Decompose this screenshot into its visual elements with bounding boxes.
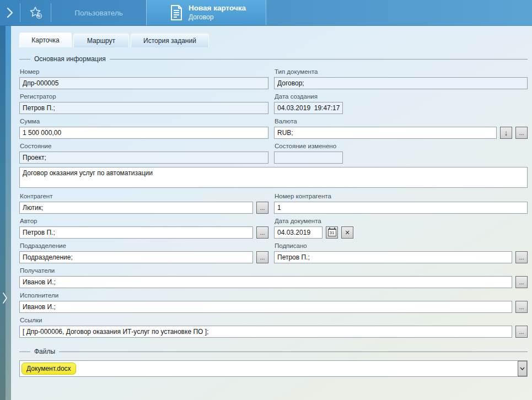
doc-date-clear-button[interactable]: ✕ (341, 226, 353, 239)
left-splitter-inner (6, 26, 11, 400)
topbar-tab-user[interactable]: Пользователь (51, 0, 146, 25)
field-amount: Сумма (19, 117, 268, 139)
doc-date-calendar-button[interactable]: 31 (326, 226, 338, 239)
topbar-tab-new-card[interactable]: Новая карточка Договор (146, 0, 266, 25)
form-row: Автор ... Дата документа 31 (19, 217, 528, 239)
form-row: Получатели ... (19, 267, 528, 288)
currency-input[interactable] (274, 127, 497, 139)
recipients-lookup-button[interactable]: ... (515, 276, 528, 288)
doc-date-input[interactable] (274, 226, 323, 239)
field-label: Ссылки (20, 316, 528, 324)
form-panel: Основная информация Номер Тип документа (11, 47, 532, 377)
card-content: Карточка Маршрут История заданий Основна… (11, 26, 532, 400)
executors-input[interactable] (19, 301, 512, 313)
topbar-tab-user-label: Пользователь (74, 9, 123, 17)
topbar-spacer (266, 0, 532, 25)
chevron-right-icon (7, 8, 13, 18)
recipients-input[interactable] (19, 276, 512, 288)
form-row: Договор оказания услуг по автоматизации (19, 167, 528, 188)
chevron-right-icon (2, 292, 8, 304)
field-label: Валюта (275, 117, 528, 125)
field-label: Исполнители (20, 291, 528, 299)
field-department: Подразделение ... (19, 242, 268, 263)
field-label: Подписано (275, 242, 528, 250)
field-currency: Валюта ↓ ... (274, 117, 528, 139)
body: Карточка Маршрут История заданий Основна… (0, 26, 532, 400)
topbar-tab-titles: Новая карточка Договор (189, 4, 246, 21)
group-line (19, 59, 30, 60)
form-row: Сумма Валюта ↓ ... (19, 117, 528, 139)
department-lookup-button[interactable]: ... (256, 251, 268, 263)
expand-sidebar-handle[interactable] (1, 287, 9, 309)
field-label: Сумма (20, 117, 268, 125)
field-label: Подразделение (20, 242, 268, 250)
created-date-input[interactable] (274, 102, 343, 114)
links-lookup-button[interactable]: ... (515, 326, 528, 338)
counterparty-number-input[interactable] (274, 202, 528, 214)
field-state-changed: Состояние изменено (274, 142, 528, 164)
field-links: Ссылки ... (19, 316, 528, 338)
field-label: Дата создания (275, 93, 528, 100)
form-row: Контрагент ... Номер контрагента (19, 192, 528, 214)
card-tabstrip: Карточка Маршрут История заданий (11, 26, 532, 47)
tab-task-history[interactable]: История заданий (131, 34, 209, 47)
field-created-date: Дата создания (274, 93, 528, 114)
signed-input[interactable] (274, 251, 512, 263)
registrar-input[interactable] (19, 102, 268, 114)
field-author: Автор ... (19, 217, 268, 239)
number-input[interactable] (19, 77, 268, 89)
add-favorite-button[interactable] (20, 0, 51, 25)
description-textarea[interactable]: Договор оказания услуг по автоматизации (19, 167, 528, 188)
author-lookup-button[interactable]: ... (256, 226, 268, 239)
form-row: Регистратор Дата создания (19, 93, 528, 114)
field-recipients: Получатели ... (19, 267, 528, 288)
document-icon (170, 4, 183, 21)
counterparty-input[interactable] (19, 202, 253, 214)
counterparty-lookup-button[interactable]: ... (256, 202, 268, 214)
group-header-main: Основная информация (19, 55, 528, 63)
currency-dropdown-button[interactable]: ↓ (500, 127, 512, 139)
group-line (59, 352, 528, 352)
app-window: Пользователь Новая карточка Договор (0, 0, 532, 400)
links-input[interactable] (19, 326, 512, 338)
field-signed: Подписано ... (274, 242, 528, 263)
form-row: Состояние Состояние изменено (19, 142, 528, 164)
author-input[interactable] (19, 226, 253, 239)
field-label: Тип документа (275, 68, 528, 75)
state-changed-input[interactable] (274, 152, 343, 164)
group-line (110, 59, 528, 60)
signed-lookup-button[interactable]: ... (515, 251, 528, 263)
files-scrollbar[interactable] (518, 361, 527, 376)
field-label: Регистратор (20, 93, 268, 100)
form-row: Подразделение ... Подписано ... (19, 242, 528, 263)
files-list[interactable]: Документ.docx (19, 360, 528, 377)
expand-panel-button[interactable] (0, 0, 20, 25)
currency-lookup-button[interactable]: ... (515, 127, 528, 139)
group-header-files: Файлы (19, 348, 528, 355)
amount-input[interactable] (19, 127, 268, 139)
page-subtitle: Договор (189, 13, 246, 21)
field-executors: Исполнители ... (19, 291, 528, 313)
department-input[interactable] (19, 251, 253, 263)
field-doc-type: Тип документа (274, 68, 528, 89)
form-row: Исполнители ... (19, 291, 528, 313)
field-label: Номер контрагента (275, 192, 528, 200)
field-counterparty-number: Номер контрагента (274, 192, 528, 214)
calendar-icon: 31 (328, 229, 336, 236)
page-title: Новая карточка (189, 4, 246, 13)
field-doc-date: Дата документа 31 ✕ (274, 217, 528, 239)
field-label: Состояние изменено (275, 142, 528, 150)
tab-card[interactable]: Карточка (19, 33, 72, 47)
topbar: Пользователь Новая карточка Договор (0, 0, 532, 26)
group-title: Основная информация (34, 55, 106, 63)
state-input[interactable] (19, 152, 268, 164)
group-title: Файлы (34, 348, 55, 355)
doc-type-input[interactable] (274, 77, 528, 89)
group-line (19, 352, 30, 352)
tab-route[interactable]: Маршрут (73, 34, 129, 47)
file-item[interactable]: Документ.docx (22, 363, 76, 375)
field-label: Контрагент (20, 192, 268, 200)
field-label: Получатели (20, 267, 528, 274)
executors-lookup-button[interactable]: ... (515, 301, 528, 313)
left-splitter (0, 26, 11, 400)
